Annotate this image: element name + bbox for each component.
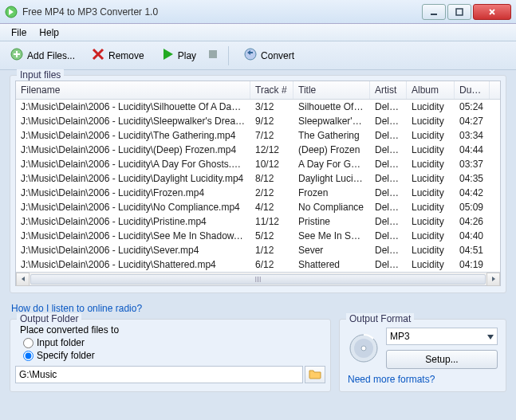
cell-album: Lucidity — [407, 200, 455, 214]
cell-dur: 05:24 — [455, 100, 490, 114]
minimize-button[interactable] — [422, 4, 446, 20]
specify-folder-radio-label: Specify folder — [37, 350, 95, 361]
format-combo[interactable]: MP3 — [386, 328, 498, 345]
table-row[interactable]: J:\Music\Delain\2006 - Lucidity\No Compl… — [16, 200, 500, 214]
cell-title: Sleepwalker's D... — [293, 114, 370, 128]
table-row[interactable]: J:\Music\Delain\2006 - Lucidity\Daylight… — [16, 171, 500, 186]
specify-folder-radio-row[interactable]: Specify folder — [23, 350, 325, 361]
browse-button[interactable] — [305, 366, 325, 383]
input-files-group: Input files Filename Track # Title Artis… — [10, 75, 506, 293]
table-row[interactable]: J:\Music\Delain\2006 - Lucidity\Sleepwal… — [16, 114, 500, 128]
table-row[interactable]: J:\Music\Delain\2006 - Lucidity\Silhouet… — [16, 100, 500, 114]
menu-file[interactable]: File — [5, 26, 33, 40]
remove-button[interactable]: Remove — [86, 44, 149, 67]
cell-track: 3/12 — [250, 100, 293, 114]
col-filename[interactable]: Filename — [16, 81, 250, 99]
table-row[interactable]: J:\Music\Delain\2006 - Lucidity\A Day Fo… — [16, 157, 500, 171]
cell-track: 7/12 — [250, 128, 293, 143]
table-row[interactable]: J:\Music\Delain\2006 - Lucidity\Shattere… — [16, 257, 500, 272]
cell-album: Lucidity — [407, 186, 455, 200]
col-duration[interactable]: Dura... — [455, 81, 490, 99]
disc-icon — [348, 332, 380, 364]
cell-artist: Delain — [370, 229, 407, 243]
table-row[interactable]: J:\Music\Delain\2006 - Lucidity\Sever.mp… — [16, 243, 500, 257]
cell-title: Silhouette Of A ... — [293, 100, 370, 114]
cell-album: Lucidity — [407, 171, 455, 186]
add-files-label: Add Files... — [27, 50, 75, 61]
table-row[interactable]: J:\Music\Delain\2006 - Lucidity\(Deep) F… — [16, 143, 500, 157]
add-files-button[interactable]: Add Files... — [5, 44, 80, 67]
cell-dur: 03:34 — [455, 128, 490, 143]
cell-track: 4/12 — [250, 200, 293, 214]
cell-dur: 04:42 — [455, 186, 490, 200]
more-formats-link[interactable]: Need more formats? — [348, 374, 435, 385]
folder-icon — [309, 368, 321, 382]
cell-file: J:\Music\Delain\2006 - Lucidity\A Day Fo… — [16, 157, 250, 171]
cell-track: 8/12 — [250, 171, 293, 186]
input-folder-radio-row[interactable]: Input folder — [23, 337, 325, 348]
add-icon — [10, 47, 24, 64]
cell-album: Lucidity — [407, 214, 455, 229]
cell-file: J:\Music\Delain\2006 - Lucidity\Frozen.m… — [16, 186, 250, 200]
format-selected: MP3 — [390, 331, 410, 342]
menu-help[interactable]: Help — [33, 26, 65, 40]
play-label: Play — [178, 50, 196, 61]
cell-album: Lucidity — [407, 100, 455, 114]
cell-title: The Gathering — [293, 128, 370, 143]
cell-artist: Delain — [370, 200, 407, 214]
col-track[interactable]: Track # — [250, 81, 293, 99]
cell-artist: Delain — [370, 214, 407, 229]
menubar: File Help — [0, 24, 516, 41]
online-radio-link[interactable]: How do I listen to online radio? — [11, 303, 142, 314]
input-folder-radio[interactable] — [23, 338, 33, 348]
stop-icon[interactable] — [207, 49, 219, 62]
cell-title: A Day For Ghosts — [293, 157, 370, 171]
window-title: Free MP4 to MP3 Converter 1.0 — [22, 6, 422, 18]
toolbar-separator — [228, 46, 229, 65]
cell-artist: Delain — [370, 100, 407, 114]
cell-track: 12/12 — [250, 143, 293, 157]
place-converted-label: Place converted files to — [20, 324, 325, 336]
cell-track: 11/12 — [250, 214, 293, 229]
cell-artist: Delain — [370, 157, 407, 171]
horizontal-scrollbar[interactable] — [16, 272, 500, 285]
remove-label: Remove — [108, 50, 144, 61]
cell-file: J:\Music\Delain\2006 - Lucidity\The Gath… — [16, 128, 250, 143]
scroll-left-button[interactable] — [16, 273, 30, 286]
col-artist[interactable]: Artist — [370, 81, 407, 99]
col-title[interactable]: Title — [293, 81, 370, 99]
cell-title: Sever — [293, 243, 370, 257]
output-path-input[interactable] — [15, 366, 303, 383]
cell-artist: Delain — [370, 257, 407, 272]
scroll-right-button[interactable] — [486, 273, 500, 286]
cell-track: 6/12 — [250, 257, 293, 272]
cell-title: No Compliance — [293, 200, 370, 214]
app-icon — [5, 6, 18, 18]
cell-album: Lucidity — [407, 128, 455, 143]
col-album[interactable]: Album — [407, 81, 455, 99]
table-row[interactable]: J:\Music\Delain\2006 - Lucidity\See Me I… — [16, 229, 500, 243]
close-button[interactable] — [473, 4, 511, 20]
convert-button[interactable]: Convert — [238, 44, 299, 67]
svg-point-8 — [361, 346, 366, 351]
convert-icon — [243, 47, 258, 64]
table-row[interactable]: J:\Music\Delain\2006 - Lucidity\The Gath… — [16, 128, 500, 143]
cell-artist: Delain — [370, 143, 407, 157]
cell-file: J:\Music\Delain\2006 - Lucidity\No Compl… — [16, 200, 250, 214]
cell-file: J:\Music\Delain\2006 - Lucidity\Pristine… — [16, 214, 250, 229]
cell-artist: Delain — [370, 171, 407, 186]
table-row[interactable]: J:\Music\Delain\2006 - Lucidity\Pristine… — [16, 214, 500, 229]
cell-album: Lucidity — [407, 114, 455, 128]
play-button[interactable]: Play — [156, 44, 201, 67]
setup-button[interactable]: Setup... — [386, 350, 498, 369]
scroll-thumb[interactable] — [30, 274, 486, 285]
maximize-button[interactable] — [447, 4, 471, 20]
toolbar: Add Files... Remove Play Convert — [0, 41, 516, 70]
cell-dur: 04:26 — [455, 214, 490, 229]
cell-track: 1/12 — [250, 243, 293, 257]
output-folder-label: Output Folder — [17, 313, 81, 324]
cell-file: J:\Music\Delain\2006 - Lucidity\Sever.mp… — [16, 243, 250, 257]
table-row[interactable]: J:\Music\Delain\2006 - Lucidity\Frozen.m… — [16, 186, 500, 200]
remove-icon — [91, 47, 105, 64]
specify-folder-radio[interactable] — [23, 351, 33, 361]
